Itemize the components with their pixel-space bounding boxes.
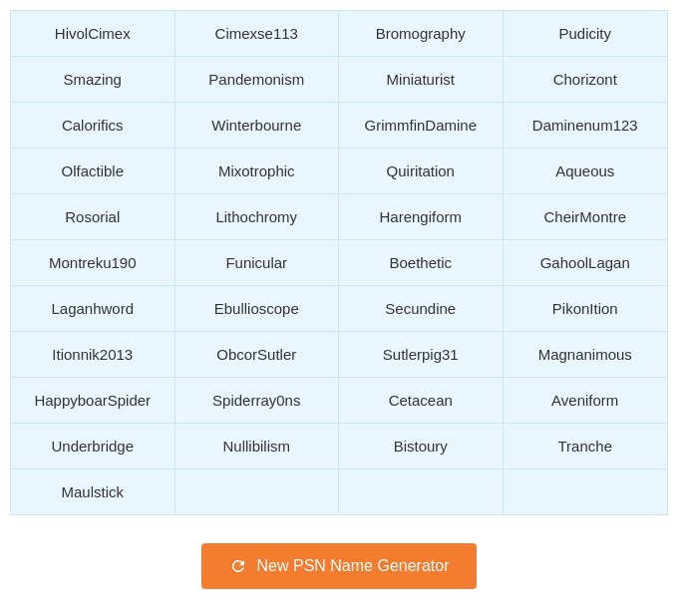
grid-cell: Boethetic bbox=[339, 240, 504, 285]
grid-cell: Spiderray0ns bbox=[175, 378, 340, 423]
grid-cell: Lithochromy bbox=[175, 194, 340, 239]
grid-cell: PikonItion bbox=[504, 286, 668, 331]
names-grid: HivolCimexCimexse113BromographyPudicityS… bbox=[10, 10, 668, 515]
grid-row: HivolCimexCimexse113BromographyPudicity bbox=[11, 11, 667, 57]
refresh-icon bbox=[229, 557, 247, 575]
grid-cell: Olfactible bbox=[11, 149, 175, 193]
grid-cell: Harengiform bbox=[339, 194, 504, 239]
grid-cell: Tranche bbox=[504, 424, 668, 468]
grid-cell bbox=[339, 469, 504, 514]
grid-row: CalorificsWinterbourneGrimmfinDamineDami… bbox=[11, 103, 667, 149]
grid-cell: Ebullioscope bbox=[175, 286, 340, 331]
grid-cell: ObcorSutler bbox=[175, 332, 340, 377]
grid-cell: Sutlerpig31 bbox=[339, 332, 504, 377]
grid-row: Itionnik2013ObcorSutlerSutlerpig31Magnan… bbox=[11, 332, 667, 378]
grid-cell: GrimmfinDamine bbox=[339, 103, 504, 148]
grid-cell: Quiritation bbox=[339, 149, 504, 193]
grid-cell: Daminenum123 bbox=[504, 103, 668, 148]
grid-cell: Magnanimous bbox=[504, 332, 668, 377]
grid-cell: Cimexse113 bbox=[175, 11, 340, 56]
grid-cell: CheirMontre bbox=[504, 194, 668, 239]
grid-cell: Rosorial bbox=[11, 194, 175, 239]
grid-cell: Bistoury bbox=[339, 424, 504, 468]
grid-cell: Miniaturist bbox=[339, 57, 504, 102]
grid-cell: Montreku190 bbox=[11, 240, 175, 285]
grid-cell: Secundine bbox=[339, 286, 504, 331]
grid-cell: Funicular bbox=[175, 240, 340, 285]
button-container: New PSN Name Generator bbox=[201, 543, 478, 589]
grid-cell bbox=[175, 469, 340, 514]
grid-cell: Nullibilism bbox=[175, 424, 340, 468]
grid-cell: Laganhword bbox=[11, 286, 175, 331]
grid-cell: Aqueous bbox=[504, 149, 668, 193]
grid-cell: Winterbourne bbox=[175, 103, 340, 148]
generate-button[interactable]: New PSN Name Generator bbox=[201, 543, 478, 589]
grid-row: Maulstick bbox=[11, 469, 667, 514]
grid-cell: HappyboarSpider bbox=[11, 378, 175, 423]
generate-button-label: New PSN Name Generator bbox=[257, 557, 450, 575]
grid-cell: Calorifics bbox=[11, 103, 175, 148]
grid-cell: Underbridge bbox=[11, 424, 175, 468]
grid-cell: GahoolLagan bbox=[504, 240, 668, 285]
grid-row: Montreku190FunicularBoetheticGahoolLagan bbox=[11, 240, 667, 286]
grid-row: LaganhwordEbullioscopeSecundinePikonItio… bbox=[11, 286, 667, 332]
grid-cell: Cetacean bbox=[339, 378, 504, 423]
grid-cell: Pandemonism bbox=[175, 57, 340, 102]
grid-cell: Chorizont bbox=[504, 57, 668, 102]
grid-cell: HivolCimex bbox=[11, 11, 175, 56]
grid-row: SmazingPandemonismMiniaturistChorizont bbox=[11, 57, 667, 103]
grid-row: HappyboarSpiderSpiderray0nsCetaceanAveni… bbox=[11, 378, 667, 424]
grid-cell bbox=[504, 469, 668, 514]
grid-cell: Maulstick bbox=[11, 469, 175, 514]
grid-cell: Itionnik2013 bbox=[11, 332, 175, 377]
grid-cell: Smazing bbox=[11, 57, 175, 102]
grid-row: RosorialLithochromyHarengiformCheirMontr… bbox=[11, 194, 667, 240]
grid-cell: Bromography bbox=[339, 11, 504, 56]
grid-cell: Aveniform bbox=[504, 378, 668, 423]
grid-row: OlfactibleMixotrophicQuiritationAqueous bbox=[11, 149, 667, 194]
grid-cell: Mixotrophic bbox=[175, 149, 340, 193]
grid-row: UnderbridgeNullibilismBistouryTranche bbox=[11, 424, 667, 469]
grid-cell: Pudicity bbox=[504, 11, 668, 56]
